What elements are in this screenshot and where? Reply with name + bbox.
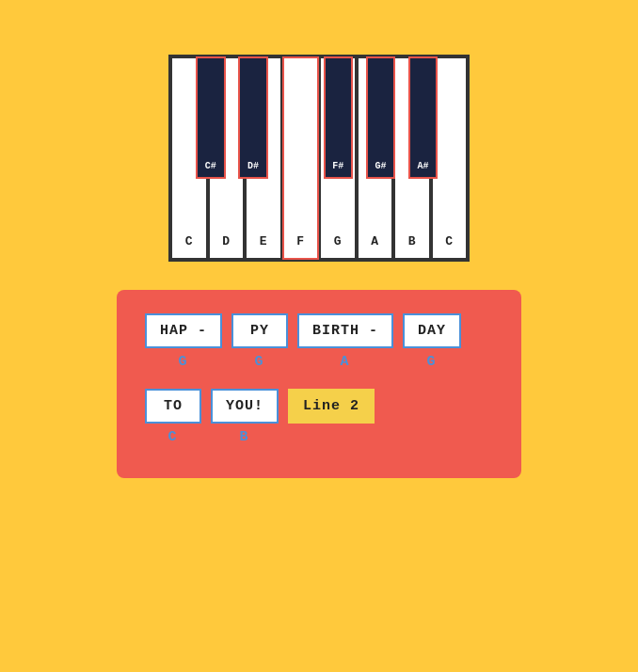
note-label-0-0: G <box>179 354 189 370</box>
note-label-1-0: C <box>167 429 178 445</box>
song-row-1: TOCYOU!BLine 2 <box>145 389 493 445</box>
syllable-1-1[interactable]: YOU! <box>211 389 279 424</box>
note-label-0-1: G <box>255 354 265 370</box>
white-keys: CDEFGABC <box>170 56 468 260</box>
song-col-1-1: YOU!B <box>211 389 279 445</box>
white-key-B6[interactable]: B <box>393 56 431 260</box>
syllable-1-2[interactable]: Line 2 <box>288 389 375 424</box>
page-container: CDEFGABC C#D#F#G#A# HAP -GPYGBIRTH -ADAY… <box>19 19 619 478</box>
white-key-G4[interactable]: G <box>319 56 357 260</box>
song-col-0-0: HAP -G <box>145 313 222 370</box>
white-key-E2[interactable]: E <box>245 56 282 260</box>
note-label-0-2: A <box>341 354 351 370</box>
song-col-0-3: DAYG <box>403 313 461 370</box>
song-col-1-0: TOC <box>145 389 201 445</box>
note-label-1-1: B <box>240 429 250 445</box>
syllable-0-0[interactable]: HAP - <box>145 313 222 348</box>
white-key-C0[interactable]: C <box>170 56 208 260</box>
white-key-A5[interactable]: A <box>357 56 394 260</box>
white-key-C7[interactable]: C <box>431 56 469 260</box>
song-row-0: HAP -GPYGBIRTH -ADAYG <box>145 313 493 370</box>
song-col-0-2: BIRTH -A <box>297 313 393 370</box>
syllable-0-2[interactable]: BIRTH - <box>297 313 393 348</box>
song-col-0-1: PYG <box>231 313 288 370</box>
song-col-1-2: Line 2 <box>288 389 375 424</box>
syllable-1-0[interactable]: TO <box>145 389 201 424</box>
note-label-0-3: G <box>427 354 438 370</box>
syllable-0-1[interactable]: PY <box>231 313 288 348</box>
white-key-D1[interactable]: D <box>208 56 246 260</box>
syllable-0-3[interactable]: DAY <box>403 313 461 348</box>
song-box: HAP -GPYGBIRTH -ADAYGTOCYOU!BLine 2 <box>117 290 521 478</box>
white-key-F3[interactable]: F <box>282 56 320 260</box>
piano: CDEFGABC C#D#F#G#A# <box>168 55 470 262</box>
spacer-row-0 <box>145 379 493 389</box>
